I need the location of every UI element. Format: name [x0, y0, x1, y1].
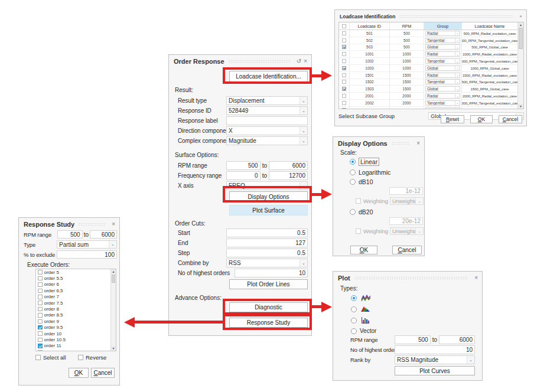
complex-component-select[interactable]: Magnitude ⌄: [226, 136, 308, 145]
ok-button[interactable]: OK: [69, 368, 89, 378]
select-all-checkbox[interactable]: [339, 22, 350, 30]
plot-curves-button[interactable]: Plot Curves: [395, 366, 475, 375]
combine-by-select[interactable]: RSS ⌄: [226, 259, 308, 267]
row-checkbox[interactable]: [339, 51, 350, 57]
order-checkbox[interactable]: [38, 307, 43, 312]
order-list-item[interactable]: order 7: [36, 294, 116, 300]
order-checkbox[interactable]: [38, 300, 43, 305]
scrollbar-thumb[interactable]: [112, 275, 115, 283]
order-checkbox[interactable]: [38, 350, 43, 351]
order-list-item[interactable]: order 10: [36, 331, 116, 337]
table-row[interactable]: 20012000Radial⌄2000_RPM_Radial_excitatio…: [339, 93, 523, 100]
plot-order-lines-button[interactable]: Plot Order Lines: [229, 279, 308, 289]
ok-button[interactable]: OK: [470, 115, 493, 123]
execute-orders-list[interactable]: order 5order 5.5order 6order 6.5order 7o…: [35, 269, 116, 351]
radio-option-db10[interactable]: dB10: [350, 178, 373, 185]
row-checkbox[interactable]: [339, 100, 350, 106]
rpm-from-input[interactable]: 500: [57, 230, 83, 239]
reset-button[interactable]: Reset: [441, 115, 464, 123]
order-checkbox[interactable]: [38, 338, 43, 342]
scroll-up-icon[interactable]: ▲: [111, 269, 116, 274]
select-all-option[interactable]: Select all: [35, 354, 66, 361]
order-list-item[interactable]: order 9.5: [36, 325, 116, 331]
row-checkbox[interactable]: [339, 44, 350, 51]
row-checkbox[interactable]: [339, 65, 350, 71]
order-list-item[interactable]: order 11: [36, 343, 116, 349]
row-checkbox[interactable]: [339, 72, 350, 79]
response-id-select[interactable]: 528449 ⌄: [226, 106, 308, 115]
order-list-item[interactable]: order 10.5: [36, 337, 116, 342]
row-checkbox[interactable]: [339, 107, 350, 109]
row-checkbox[interactable]: [339, 93, 350, 99]
table-row[interactable]: 15031500Global⌄1500_RPM_Global_case: [339, 86, 523, 93]
order-checkbox[interactable]: [38, 276, 43, 281]
group-select[interactable]: Tangential⌄: [424, 58, 462, 64]
order-list-item[interactable]: order 6.5: [36, 288, 116, 293]
row-checkbox[interactable]: [339, 58, 350, 64]
titlebar-grip[interactable]: [354, 276, 468, 280]
scroll-up-icon[interactable]: ▲: [518, 22, 523, 27]
titlebar-grip[interactable]: [79, 223, 105, 226]
order-checkbox[interactable]: [38, 282, 43, 287]
result-type-select[interactable]: Displacement ⌄: [226, 96, 308, 105]
order-list-item[interactable]: order 9: [36, 318, 116, 324]
titlebar-grip[interactable]: [399, 15, 513, 18]
cancel-button[interactable]: Cancel: [91, 368, 115, 378]
group-select[interactable]: Global⌄: [424, 86, 462, 92]
close-icon[interactable]: ×: [112, 221, 115, 227]
table-row[interactable]: 10021000Tangential⌄1000_RPM_Tangential_e…: [339, 58, 523, 65]
cancel-button[interactable]: Cancel: [392, 246, 422, 254]
plot-type-surface-option[interactable]: [351, 305, 370, 313]
header-loadcase-id[interactable]: Loadcase ID: [350, 22, 390, 30]
titlebar-grip[interactable]: [229, 60, 290, 63]
list-scrollbar[interactable]: ▲ ▼: [110, 269, 116, 351]
group-select[interactable]: Global⌄: [424, 65, 462, 71]
refresh-icon[interactable]: ↺: [297, 58, 301, 64]
scrollbar-thumb[interactable]: [519, 28, 523, 49]
scroll-down-icon[interactable]: ▼: [111, 346, 116, 351]
reverse-option[interactable]: Reverse: [78, 354, 106, 361]
order-checkbox[interactable]: [38, 331, 43, 336]
row-checkbox[interactable]: [339, 79, 350, 86]
group-select[interactable]: Global⌄: [424, 107, 462, 109]
group-select[interactable]: Tangential⌄: [424, 100, 462, 106]
row-checkbox[interactable]: [339, 86, 350, 92]
start-input[interactable]: 0.5: [226, 228, 308, 237]
rpm-to-input[interactable]: 6000: [269, 161, 308, 170]
group-select[interactable]: Radial⌄: [424, 72, 462, 79]
order-checkbox[interactable]: [38, 313, 43, 318]
table-row[interactable]: 15011500Radial⌄1500_RPM_Radial_excitatio…: [339, 72, 523, 79]
order-list-item[interactable]: order 7.5: [36, 300, 116, 306]
close-icon[interactable]: ×: [474, 275, 478, 281]
order-checkbox[interactable]: [38, 295, 43, 299]
order-list-item[interactable]: order 8: [36, 306, 116, 312]
step-input[interactable]: 0.5: [226, 249, 308, 257]
group-select[interactable]: Radial⌄: [424, 30, 462, 37]
order-list-item[interactable]: order 8.5: [36, 312, 116, 318]
order-checkbox[interactable]: [38, 344, 43, 348]
order-list-item[interactable]: order 11.5: [36, 349, 116, 351]
rpm-to-input[interactable]: 6000: [439, 335, 475, 344]
plot-type-line-option[interactable]: [351, 294, 371, 302]
order-checkbox[interactable]: [38, 319, 43, 324]
table-scrollbar[interactable]: ▲ ▼: [517, 22, 523, 109]
group-select[interactable]: Radial⌄: [424, 51, 462, 57]
table-row[interactable]: 15021500Tangential⌄1500_RPM_Tangential_e…: [339, 79, 523, 86]
table-row[interactable]: 502500Tangential⌄500_RPM_Tangential_exci…: [339, 37, 523, 44]
order-checkbox[interactable]: [38, 270, 43, 275]
table-row[interactable]: 501500Radial⌄500_RPM_Radial_excitation_c…: [339, 30, 523, 37]
scroll-down-icon[interactable]: ▼: [518, 104, 523, 109]
cancel-button[interactable]: Cancel: [499, 115, 522, 123]
frequency-from-input[interactable]: 0: [226, 171, 261, 180]
direction-component-select[interactable]: X ⌄: [226, 126, 308, 135]
row-checkbox[interactable]: [339, 30, 350, 37]
exclude-input[interactable]: 100: [57, 250, 117, 259]
close-icon[interactable]: ×: [304, 58, 307, 64]
order-list-item[interactable]: order 6: [36, 282, 116, 288]
row-checkbox[interactable]: [339, 37, 350, 44]
order-checkbox[interactable]: [38, 325, 43, 330]
close-icon[interactable]: ×: [416, 141, 420, 146]
titlebar-grip[interactable]: [392, 142, 410, 145]
highest-orders-input[interactable]: 10: [395, 345, 475, 354]
plot-surface-button[interactable]: Plot Surface: [229, 205, 308, 215]
